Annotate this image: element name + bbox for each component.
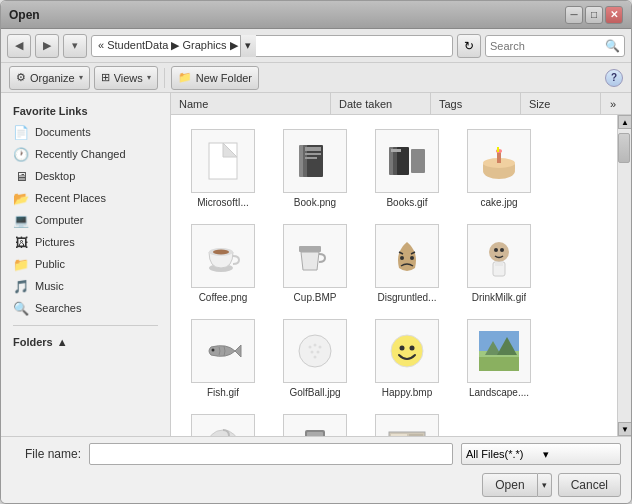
search-input[interactable] [490,40,605,52]
svg-rect-6 [305,153,321,155]
sidebar-item-label: Computer [35,214,83,226]
sidebar-item-label: Recent Places [35,192,106,204]
scrollbar-down-button[interactable]: ▼ [618,422,631,436]
list-item[interactable]: Fish.gif [179,313,267,404]
list-item[interactable]: cake.jpg [455,123,543,214]
column-size[interactable]: Size [521,93,601,114]
column-more[interactable]: » [601,93,625,114]
cancel-button[interactable]: Cancel [558,473,621,497]
public-icon: 📁 [13,256,29,272]
list-item[interactable]: Books.gif [363,123,451,214]
search-icon: 🔍 [605,39,620,53]
list-item[interactable]: DrinkMilk.gif [455,218,543,309]
file-name: DrinkMilk.gif [472,292,526,303]
maximize-button[interactable]: □ [585,6,603,24]
down-button[interactable]: ▾ [63,34,87,58]
open-button[interactable]: Open [482,473,537,497]
svg-point-23 [400,256,404,260]
file-thumbnail [467,224,531,288]
sidebar-item-music[interactable]: 🎵 Music [1,275,170,297]
sidebar-item-public[interactable]: 📁 Public [1,253,170,275]
organize-button[interactable]: ⚙ Organize ▾ [9,66,90,90]
file-thumbnail [191,414,255,436]
views-dropdown-icon: ▾ [147,73,151,82]
file-name: Books.gif [386,197,427,208]
file-name: cake.jpg [480,197,517,208]
file-area: Name Date taken Tags Size » [171,93,631,436]
list-item[interactable]: Cup.BMP [271,218,359,309]
searches-icon: 🔍 [13,300,29,316]
open-dialog: Open ─ □ ✕ ◀ ▶ ▾ « StudentData ▶ Graphic… [0,0,632,504]
refresh-button[interactable]: ↻ [457,34,481,58]
file-thumbnail [283,129,347,193]
views-icon: ⊞ [101,71,110,84]
sidebar-divider [13,325,158,326]
list-item[interactable]: MicrosoftI... [179,123,267,214]
sidebar-item-desktop[interactable]: 🖥 Desktop [1,165,170,187]
views-button[interactable]: ⊞ Views ▾ [94,66,158,90]
svg-point-27 [500,248,504,252]
svg-point-37 [314,356,317,359]
forward-button[interactable]: ▶ [35,34,59,58]
scrollbar[interactable]: ▲ ▼ [617,115,631,436]
file-name: Landscape.... [469,387,529,398]
list-item[interactable]: Happy.bmp [363,313,451,404]
list-item[interactable]: Disgruntled... [363,218,451,309]
computer-icon: 💻 [13,212,29,228]
list-item[interactable]: Landscape.... [455,313,543,404]
sidebar-item-documents[interactable]: 📄 Documents [1,121,170,143]
list-item[interactable]: Music.png [179,408,267,436]
close-button[interactable]: ✕ [605,6,623,24]
file-grid: MicrosoftI... [171,115,617,436]
file-thumbnail [283,224,347,288]
file-name: MicrosoftI... [197,197,249,208]
list-item[interactable]: Coffee.png [179,218,267,309]
file-list-header: Name Date taken Tags Size » [171,93,631,115]
organize-label: Organize [30,72,75,84]
svg-rect-22 [299,246,321,252]
folders-label: Folders [13,336,53,348]
search-box[interactable]: 🔍 [485,35,625,57]
file-thumbnail [191,129,255,193]
scrollbar-thumb[interactable] [618,133,630,163]
sidebar-item-searches[interactable]: 🔍 Searches [1,297,170,319]
address-path[interactable]: « StudentData ▶ Graphics ▶ ▾ [91,35,453,57]
new-folder-button[interactable]: 📁 New Folder [171,66,259,90]
list-item[interactable]: Book.png [271,123,359,214]
action-row: Open ▾ Cancel [11,473,621,497]
svg-rect-45 [479,357,519,371]
filetype-dropdown[interactable]: All Files(*.*) ▾ [461,443,621,465]
folders-section[interactable]: Folders ▲ [1,332,170,352]
file-thumbnail [191,319,255,383]
filename-input[interactable] [89,443,453,465]
minimize-button[interactable]: ─ [565,6,583,24]
sidebar-item-recent-places[interactable]: 📂 Recent Places [1,187,170,209]
file-name: Cup.BMP [294,292,337,303]
back-button[interactable]: ◀ [7,34,31,58]
svg-point-36 [317,351,320,354]
list-item[interactable]: Payphone.... [271,408,359,436]
list-item[interactable]: GolfBall.jpg [271,313,359,404]
list-item[interactable]: Periodicals.... [363,408,451,436]
sidebar-item-recently-changed[interactable]: 🕐 Recently Changed [1,143,170,165]
pictures-icon: 🖼 [13,234,29,250]
svg-point-40 [410,346,415,351]
sidebar-item-pictures[interactable]: 🖼 Pictures [1,231,170,253]
file-name: Disgruntled... [378,292,437,303]
file-thumbnail [283,319,347,383]
svg-point-24 [410,256,414,260]
desktop-icon: 🖥 [13,168,29,184]
column-date[interactable]: Date taken [331,93,431,114]
open-dropdown-button[interactable]: ▾ [538,473,552,497]
scrollbar-up-button[interactable]: ▲ [618,115,631,129]
svg-point-32 [309,346,312,349]
column-tags[interactable]: Tags [431,93,521,114]
column-name[interactable]: Name [171,93,331,114]
main-content: Favorite Links 📄 Documents 🕐 Recently Ch… [1,93,631,436]
help-button[interactable]: ? [605,69,623,87]
svg-point-31 [299,335,331,367]
recent-places-icon: 📂 [13,190,29,206]
svg-point-38 [391,335,423,367]
sidebar-item-computer[interactable]: 💻 Computer [1,209,170,231]
path-dropdown-arrow[interactable]: ▾ [240,35,256,57]
